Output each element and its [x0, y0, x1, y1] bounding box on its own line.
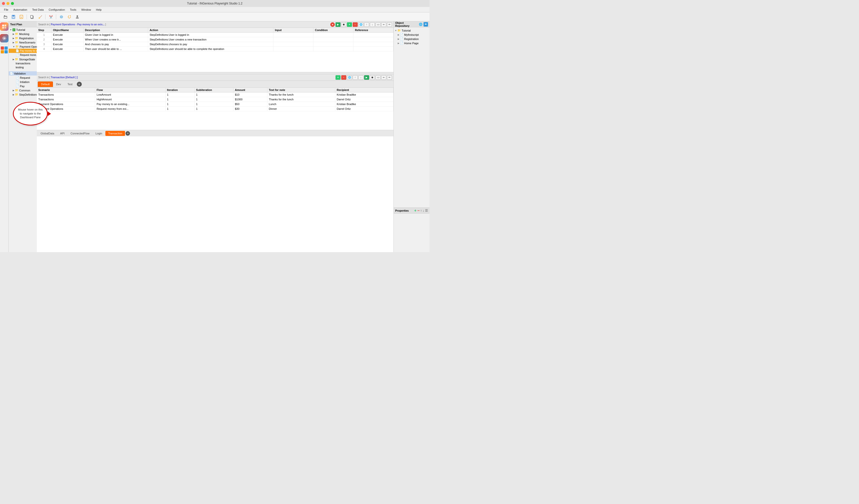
steps-up-btn[interactable]: ↑: [364, 22, 369, 27]
steps-add-btn[interactable]: +: [347, 22, 352, 27]
tx-stop-btn[interactable]: ⏹: [370, 75, 375, 80]
menu-tools[interactable]: Tools: [68, 8, 78, 12]
steps-play-btn[interactable]: ▶: [335, 22, 341, 27]
test-plan-title: Test Plan: [10, 23, 22, 26]
toolbar-copy[interactable]: [29, 13, 35, 20]
tx-recipient: Kristian Bradtke: [335, 92, 393, 97]
menu-file[interactable]: File: [2, 8, 11, 12]
prop-down-btn[interactable]: ↓: [423, 209, 424, 213]
prop-remove-btn[interactable]: −: [417, 209, 420, 213]
tree-label-common: Common: [19, 89, 30, 92]
grid-app-icon[interactable]: [0, 46, 9, 54]
steps-export-btn[interactable]: ✏: [387, 22, 392, 27]
step-condition: [313, 32, 353, 37]
steps-row[interactable]: 2 Execute When User creates a new tr... …: [37, 37, 393, 42]
file-request-money: 📄: [16, 54, 19, 57]
gc-blue2: [4, 50, 8, 54]
steps-row[interactable]: 4 Execute Then user should be able to ..…: [37, 47, 393, 51]
gradient-app-icon[interactable]: [0, 22, 9, 31]
dashboard-icon[interactable]: [0, 34, 9, 43]
bottom-tab-connectedflow[interactable]: ConnectedFlow: [68, 131, 92, 136]
tx-iteration: 1: [165, 102, 194, 107]
tab-test[interactable]: Test: [64, 81, 76, 87]
repo-edit-icon[interactable]: ✏: [423, 22, 428, 27]
tx-up-btn[interactable]: ↑: [353, 75, 358, 80]
menu-testdata[interactable]: Test Data: [30, 8, 45, 12]
toolbar-open[interactable]: [2, 13, 9, 20]
tooltip-container: Mouse hover on this to navigate to the D…: [13, 102, 48, 125]
steps-down-btn[interactable]: ↓: [370, 22, 375, 27]
tree-label-request: Request: [20, 76, 30, 79]
col-action: Action: [148, 28, 273, 32]
prop-up-btn[interactable]: ↑: [420, 209, 422, 213]
svg-rect-16: [4, 25, 6, 26]
step-num: 4: [37, 47, 51, 51]
steps-record-btn[interactable]: ●: [330, 22, 335, 27]
folder-registration: 📁: [15, 36, 18, 40]
toolbar-save-all[interactable]: S: [18, 13, 25, 20]
svg-rect-4: [13, 17, 14, 18]
toolbar-settings[interactable]: [58, 13, 65, 20]
steps-row[interactable]: 1 Execute Given User is logged in StepDe…: [37, 32, 393, 37]
toolbar-save[interactable]: [10, 13, 17, 20]
col-input: Input: [273, 28, 313, 32]
steps-search-bar: Search in [ Payment Operations - Pay mon…: [37, 21, 393, 28]
step-action: StepDefinitions:user should be able to c…: [148, 47, 273, 51]
tx-monitor-btn[interactable]: ▭: [376, 75, 380, 80]
bottom-tab-login[interactable]: Login: [93, 131, 105, 136]
tab-default[interactable]: Default: [38, 81, 53, 87]
tx-export-btn[interactable]: ✏: [387, 75, 392, 80]
repo-globe-icon[interactable]: 🌐: [418, 22, 423, 27]
repo-item-homepage[interactable]: ▶ 📄 Home Page: [394, 41, 430, 45]
prop-add-btn[interactable]: +: [414, 209, 416, 213]
repo-item-myfirstscript[interactable]: ▶ 📄 Myfirstscript: [394, 32, 430, 37]
toolbar-user[interactable]: [74, 13, 81, 20]
toolbar-refresh[interactable]: [66, 13, 73, 20]
bottom-tab-globaldata[interactable]: GlobalData: [38, 131, 57, 136]
file-request: 📄: [16, 76, 19, 79]
tx-play-btn[interactable]: ▶: [364, 75, 369, 80]
folder-common: 📁: [15, 89, 18, 92]
tx-remove-btn[interactable]: −: [341, 75, 346, 80]
tx-row[interactable]: Transactions LowAmount 1 1 $10 Thanks fo…: [37, 92, 393, 97]
repo-item-registration-repo[interactable]: ▶ 📄 Registration: [394, 37, 430, 41]
transaction-section: Search in [ Transaction [Default ] ] + −…: [37, 74, 393, 252]
folder-payment: 📁: [15, 45, 19, 48]
toolbar-erase[interactable]: 🧹: [36, 13, 44, 20]
steps-stop-btn[interactable]: ⏹: [341, 22, 346, 27]
tx-row[interactable]: Payment Operations Pay money to an exist…: [37, 102, 393, 107]
tab-dev[interactable]: Dev: [53, 81, 64, 87]
steps-import-btn[interactable]: ⇐: [381, 22, 386, 27]
tx-down-btn[interactable]: ↓: [358, 75, 363, 80]
tx-add-btn[interactable]: +: [335, 75, 341, 80]
tab-add-btn[interactable]: +: [77, 82, 82, 87]
menu-automation[interactable]: Automation: [12, 8, 29, 12]
tx-row[interactable]: Transactions HighAmount 1 1 $1000 Thanks…: [37, 97, 393, 102]
tx-import-btn[interactable]: ⇐: [381, 75, 386, 80]
steps-globe-btn[interactable]: 🌐: [358, 22, 363, 27]
close-button[interactable]: [2, 2, 5, 5]
menu-help[interactable]: Help: [94, 8, 104, 12]
steps-search-label: Search in [ Payment Operations - Pay mon…: [38, 23, 106, 26]
bottom-tab-add[interactable]: +: [125, 131, 130, 136]
menu-window[interactable]: Window: [79, 8, 93, 12]
steps-monitor-btn[interactable]: ▭: [376, 22, 380, 27]
steps-row[interactable]: 3 Execute And chooses to pay StepDefinit…: [37, 42, 393, 47]
window-controls[interactable]: [2, 2, 14, 5]
prop-menu-btn[interactable]: ☰: [425, 209, 428, 213]
steps-scrollbar[interactable]: [37, 72, 393, 74]
tx-search-bar: Search in [ Transaction [Default ] ] + −…: [37, 74, 393, 81]
col-amount: Amount: [233, 88, 267, 92]
steps-remove-btn[interactable]: −: [353, 22, 358, 27]
tx-globe-btn[interactable]: 🌐: [347, 75, 352, 80]
maximize-button[interactable]: [11, 2, 14, 5]
bottom-tab-transaction[interactable]: Transaction: [105, 131, 125, 136]
menu-configuration[interactable]: Configuration: [47, 8, 67, 12]
toolbar-crop[interactable]: ✂️: [47, 13, 54, 20]
minimize-button[interactable]: [6, 2, 10, 5]
repo-item-tutorial[interactable]: ▼ 📁 Tutorial: [394, 28, 430, 32]
file-pay: 📄: [16, 85, 19, 88]
tx-row[interactable]: Payment Operations Request money from ex…: [37, 107, 393, 111]
bottom-tab-api[interactable]: API: [57, 131, 67, 136]
tooltip-text: Mouse hover on this to navigate to the D…: [17, 108, 44, 119]
